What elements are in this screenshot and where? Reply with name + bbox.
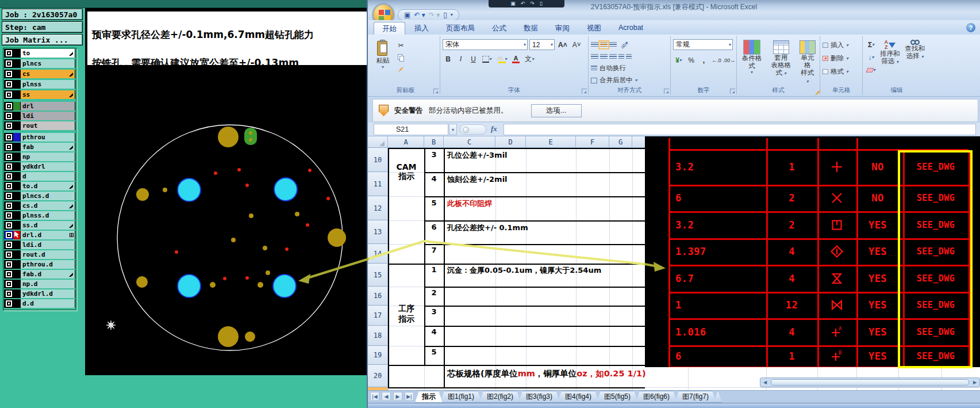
clipboard-dialog-launcher-icon[interactable]: [433, 89, 439, 94]
layer-row-np[interactable]: np: [4, 152, 75, 161]
merge-center-button[interactable]: 合并后居中▾: [591, 75, 668, 86]
layer-checkbox[interactable]: [5, 182, 13, 190]
undo-icon[interactable]: ↶ ▾: [414, 12, 425, 18]
layer-checkbox[interactable]: [5, 270, 13, 279]
layer-row-ydkdrl[interactable]: ydkdrl: [4, 162, 75, 171]
cam-canvas[interactable]: 预审要求孔径公差+/-0.1mm,6.7mm超钻孔能力 按铣孔，需要确认建议放宽…: [85, 8, 367, 375]
align-middle-icon[interactable]: [600, 42, 608, 48]
font-size-combo[interactable]: 12▾: [529, 39, 555, 50]
layer-row-ss.d[interactable]: ss.d: [4, 221, 75, 230]
increase-decimal-icon[interactable]: ←.0: [711, 55, 722, 66]
qat-customize-icon[interactable]: ▾: [451, 13, 453, 17]
undo-icon[interactable]: ↶: [521, 1, 525, 6]
align-right-icon[interactable]: [609, 54, 617, 60]
find-select-button[interactable]: 查找和 选择 ▾: [904, 37, 927, 86]
layer-checkbox[interactable]: [5, 121, 13, 130]
ribbon-tab-开始[interactable]: 开始: [374, 22, 405, 35]
layer-checkbox[interactable]: [5, 201, 13, 210]
layer-checkbox[interactable]: [5, 59, 13, 68]
conditional-formatting-button[interactable]: 条件格式 ▾: [739, 37, 764, 86]
font-dialog-launcher-icon[interactable]: [582, 89, 587, 94]
layer-row-rout[interactable]: rout: [4, 121, 75, 130]
insert-function-icon[interactable]: fx: [491, 124, 497, 134]
wrap-text-button[interactable]: 自动换行: [591, 63, 668, 74]
increase-indent-icon[interactable]: [626, 54, 632, 60]
layer-checkbox[interactable]: [5, 289, 13, 298]
shrink-font-icon[interactable]: A˅: [571, 39, 583, 50]
grow-font-icon[interactable]: A˄: [556, 39, 569, 50]
format-cells-button[interactable]: 格式▾: [823, 66, 860, 77]
layer-row-drl.d[interactable]: drl.d: [4, 231, 75, 239]
ribbon-tab-Acrobat[interactable]: Acrobat: [610, 22, 651, 35]
decrease-indent-icon[interactable]: [618, 54, 624, 60]
font-name-combo[interactable]: 宋体▾: [443, 39, 528, 50]
layer-row-plnss.d[interactable]: plnss.d: [4, 211, 75, 220]
layer-checkbox[interactable]: [5, 192, 13, 200]
percent-style-icon[interactable]: %: [686, 55, 697, 66]
align-center-icon[interactable]: [600, 54, 608, 60]
name-box[interactable]: S21: [374, 124, 448, 135]
formula-input[interactable]: [504, 124, 976, 135]
comma-style-icon[interactable]: ,: [698, 55, 709, 66]
new-document-icon[interactable]: ▯: [443, 12, 447, 18]
fill-color-icon[interactable]: ▾: [495, 54, 509, 64]
layer-row-d.d[interactable]: d.d: [4, 299, 75, 308]
layer-row-plnss[interactable]: plnss: [4, 80, 75, 89]
layer-checkbox[interactable]: [5, 241, 13, 249]
layer-row-d[interactable]: d: [4, 172, 75, 181]
layer-checkbox[interactable]: [5, 172, 13, 181]
delete-cells-button[interactable]: ✕ 删除▾: [823, 53, 860, 64]
layer-row-to.d[interactable]: to.d: [4, 182, 75, 190]
layer-checkbox[interactable]: [5, 70, 13, 78]
ribbon-tab-视图[interactable]: 视图: [579, 22, 609, 35]
orientation-icon[interactable]: ab▾: [616, 37, 632, 53]
alignment-dialog-launcher-icon[interactable]: [664, 89, 669, 94]
layer-checkbox[interactable]: [5, 90, 13, 99]
format-painter-icon[interactable]: [395, 64, 406, 75]
layer-checkbox[interactable]: [5, 221, 13, 230]
redo-icon[interactable]: ↷ ▾: [429, 12, 440, 18]
security-options-button[interactable]: 选项...: [531, 104, 582, 117]
layer-checkbox[interactable]: [5, 102, 13, 110]
save-icon[interactable]: ▣: [404, 12, 410, 18]
layer-checkbox[interactable]: [5, 211, 13, 220]
layer-checkbox[interactable]: [5, 152, 13, 161]
clear-icon[interactable]: ▾: [865, 64, 877, 75]
layer-row-cs[interactable]: cs: [4, 70, 75, 78]
ribbon-tab-页面布局[interactable]: 页面布局: [438, 22, 483, 35]
layer-checkbox[interactable]: [5, 49, 13, 58]
copy-icon[interactable]: [395, 52, 406, 63]
insert-cells-button[interactable]: 插入▾: [823, 40, 860, 51]
phonetic-guide-icon[interactable]: 文▾: [523, 54, 536, 64]
layer-row-plncs[interactable]: plncs: [4, 59, 75, 68]
layer-checkbox[interactable]: [5, 231, 13, 239]
number-format-combo[interactable]: 常规▾: [673, 39, 733, 50]
paste-button[interactable]: 粘贴 ▾: [374, 37, 392, 75]
ribbon-tab-插入[interactable]: 插入: [406, 22, 437, 35]
ribbon-tab-审阅[interactable]: 审阅: [547, 22, 578, 35]
new-document-icon[interactable]: ▯: [540, 1, 543, 6]
layer-row-fab.d[interactable]: fab.d: [4, 270, 75, 279]
layer-row-ldi.d[interactable]: ldi.d: [4, 241, 75, 249]
accounting-format-icon[interactable]: ¥▾: [673, 55, 684, 66]
layer-row-plncs.d[interactable]: plncs.d: [4, 192, 75, 200]
sort-filter-button[interactable]: AZ 排序和 筛选 ▾: [878, 37, 902, 86]
layer-row-cs.d[interactable]: cs.d: [4, 201, 75, 210]
layer-row-np.d[interactable]: np.d: [4, 280, 75, 288]
help-icon[interactable]: ?: [966, 23, 975, 32]
cut-icon[interactable]: ✂: [395, 40, 406, 51]
job-matrix-button[interactable]: Job Matrix ...: [2, 34, 83, 45]
ribbon-tab-公式[interactable]: 公式: [484, 22, 514, 35]
layer-checkbox[interactable]: [5, 260, 13, 269]
save-icon[interactable]: ▣: [510, 1, 516, 6]
layer-row-drl[interactable]: drl: [4, 102, 75, 110]
ribbon-tab-数据[interactable]: 数据: [516, 22, 546, 35]
align-bottom-icon[interactable]: [609, 42, 617, 48]
layer-checkbox[interactable]: [5, 133, 13, 142]
layer-row-to[interactable]: to: [4, 49, 75, 58]
layer-checkbox[interactable]: [5, 112, 13, 120]
layer-checkbox[interactable]: [5, 80, 13, 89]
excel-titlebar[interactable]: 2V163057A0-预审指示.xls [兼容模式] - Microsoft E…: [368, 0, 980, 20]
layer-row-pthrou[interactable]: pthrou: [4, 133, 75, 142]
number-dialog-launcher-icon[interactable]: [730, 89, 735, 94]
